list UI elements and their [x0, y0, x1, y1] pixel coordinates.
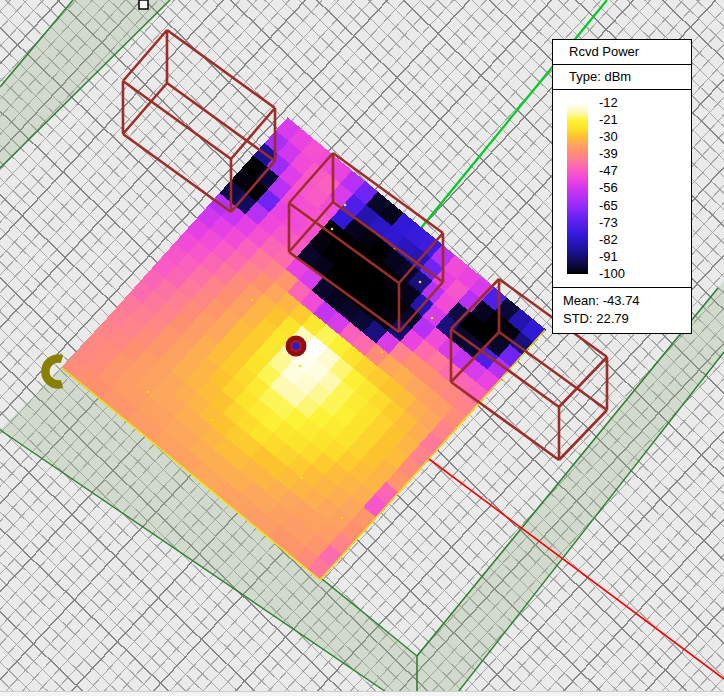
legend-tick: -100 [599, 266, 625, 282]
legend-tick: -91 [599, 249, 625, 265]
legend-scale: -12-21-30-39-47-56-65-73-82-91-100 [553, 90, 691, 288]
window-bottom-edge [0, 691, 724, 696]
legend-colorbar [567, 103, 588, 274]
legend-tick: -65 [599, 198, 625, 214]
legend-tick: -30 [599, 129, 625, 145]
vertex-handle[interactable] [139, 0, 148, 9]
tx-marker[interactable] [286, 336, 307, 357]
legend-tick: -56 [599, 180, 625, 196]
legend-tick: -47 [599, 163, 625, 179]
legend-tick: -12 [599, 95, 625, 111]
legend-title: Rcvd Power [553, 40, 691, 65]
legend-type-label: Type: dBm [553, 65, 691, 90]
legend-ticks: -12-21-30-39-47-56-65-73-82-91-100 [599, 95, 625, 282]
scene-viewport[interactable]: Rcvd Power Type: dBm -12-21-30-39-47-56-… [0, 0, 724, 696]
legend-mean: Mean: -43.74 [563, 292, 683, 310]
legend-stats: Mean: -43.74 STD: 22.79 [553, 288, 691, 333]
legend-panel[interactable]: Rcvd Power Type: dBm -12-21-30-39-47-56-… [552, 39, 692, 334]
legend-tick: -21 [599, 112, 625, 128]
legend-tick: -39 [599, 146, 625, 162]
legend-tick: -82 [599, 232, 625, 248]
legend-tick: -73 [599, 215, 625, 231]
legend-std: STD: 22.79 [563, 310, 683, 328]
